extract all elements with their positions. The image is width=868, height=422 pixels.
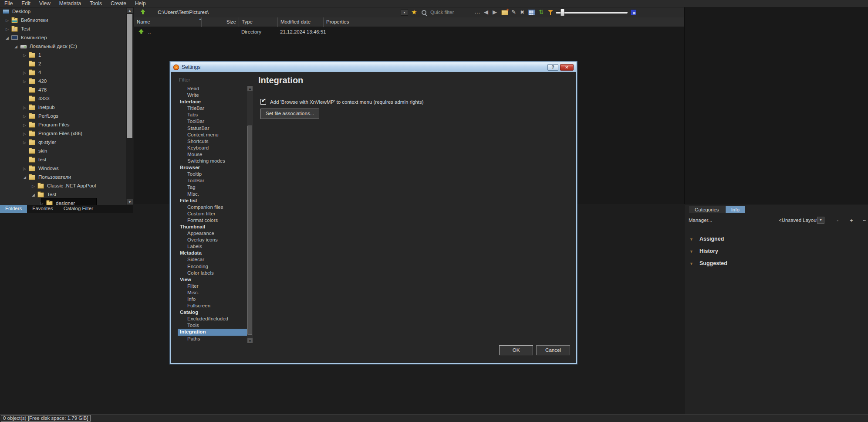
settings-nav-switching-modes[interactable]: Switching modes bbox=[178, 158, 247, 164]
settings-nav-filter[interactable]: Filter bbox=[178, 283, 247, 289]
parent-folder-icon[interactable] bbox=[140, 9, 146, 15]
tree-item-windows[interactable]: ▷Windows bbox=[0, 164, 126, 173]
collapsed-arrow-icon[interactable]: ▷ bbox=[23, 79, 26, 84]
ok-button[interactable]: OK bbox=[499, 345, 533, 355]
tab-info[interactable]: Info bbox=[726, 206, 745, 213]
filter-funnel-icon[interactable] bbox=[548, 10, 553, 15]
table-row[interactable]: .. Directory 21.12.2024 13:46:51 bbox=[134, 27, 684, 37]
nav-scrollbar-thumb[interactable] bbox=[247, 126, 252, 335]
collapsed-arrow-icon[interactable]: ▷ bbox=[23, 106, 26, 110]
settings-nav-tooltip[interactable]: Tooltip bbox=[178, 171, 247, 177]
settings-nav-scrollbar[interactable]: ▲ ▼ bbox=[247, 85, 253, 344]
menu-file[interactable]: File bbox=[0, 0, 17, 7]
toolbar-overflow-button[interactable]: ... bbox=[475, 9, 480, 15]
settings-nav-appearance[interactable]: Appearance bbox=[178, 230, 247, 237]
tree-item-4[interactable]: ▷4 bbox=[0, 68, 126, 77]
tree-item-perflogs[interactable]: ▷PerfLogs bbox=[0, 112, 126, 121]
expanded-arrow-icon[interactable]: ◢ bbox=[23, 175, 26, 180]
settings-nav-read[interactable]: Read bbox=[178, 85, 247, 92]
settings-nav-fullscreen[interactable]: Fullscreen bbox=[178, 303, 247, 309]
chevron-down-icon[interactable]: ▼ bbox=[689, 262, 693, 266]
settings-nav-write[interactable]: Write bbox=[178, 92, 247, 99]
tree-item-test[interactable]: test bbox=[0, 156, 126, 164]
settings-nav-metadata[interactable]: Metadata bbox=[178, 250, 247, 256]
tab-categories[interactable]: Categories bbox=[689, 206, 725, 213]
settings-nav-tabs[interactable]: Tabs bbox=[178, 112, 247, 118]
settings-nav-info[interactable]: Info bbox=[178, 296, 247, 303]
scroll-up-icon[interactable]: ▲ bbox=[247, 85, 253, 91]
settings-nav-overlay-icons[interactable]: Overlay icons bbox=[178, 237, 247, 243]
settings-nav-labels[interactable]: Labels bbox=[178, 243, 247, 250]
quick-filter-input[interactable]: Quick filter bbox=[430, 10, 454, 15]
path-dropdown-icon[interactable]: ▼ bbox=[401, 9, 408, 16]
tree-item-classic-net-apppool[interactable]: ▷Classic .NET AppPool bbox=[0, 182, 126, 191]
settings-nav-shortcuts[interactable]: Shortcuts bbox=[178, 138, 247, 145]
settings-nav-misc[interactable]: Misc. bbox=[178, 289, 247, 296]
settings-nav-toolbar[interactable]: ToolBar bbox=[178, 177, 247, 184]
view-mode-icon[interactable] bbox=[528, 10, 535, 15]
settings-nav-view[interactable]: View bbox=[178, 276, 247, 283]
settings-nav-integration[interactable]: Integration bbox=[178, 329, 247, 335]
chevron-down-icon[interactable]: ▼ bbox=[689, 249, 693, 254]
menu-tools[interactable]: Tools bbox=[85, 0, 106, 7]
column-header-size[interactable]: Size bbox=[201, 17, 239, 27]
tree-item-2[interactable]: 2 bbox=[0, 60, 126, 68]
delete-icon[interactable]: ✖ bbox=[520, 9, 524, 15]
tree-item-локальный-диск-c[interactable]: ◢Локальный диск (C:) bbox=[0, 42, 126, 51]
scroll-down-icon[interactable]: ▼ bbox=[126, 199, 133, 205]
set-file-associations-button[interactable]: Set file associations... bbox=[260, 109, 319, 119]
expanded-arrow-icon[interactable]: ◢ bbox=[14, 44, 17, 49]
settings-nav-statusbar[interactable]: StatusBar bbox=[178, 125, 247, 132]
layout-select[interactable]: <Unsaved Layout bbox=[779, 218, 818, 223]
settings-nav-thumbnail[interactable]: Thumbnail bbox=[178, 224, 247, 230]
new-folder-icon[interactable]: ✶ bbox=[501, 10, 508, 15]
settings-nav-file-list[interactable]: File list bbox=[178, 197, 247, 204]
settings-nav-keyboard[interactable]: Keyboard bbox=[178, 145, 247, 151]
edit-icon[interactable]: ✎ bbox=[511, 9, 516, 15]
column-header-type[interactable]: Type bbox=[239, 17, 277, 27]
tree-item-qt-styler[interactable]: ▷qt-styler bbox=[0, 138, 126, 147]
collapsed-arrow-icon[interactable]: ▷ bbox=[32, 184, 35, 188]
layout-icon[interactable] bbox=[631, 10, 636, 15]
scroll-up-icon[interactable]: ▲ bbox=[126, 7, 133, 14]
context-menu-checkbox[interactable]: ✔ bbox=[260, 99, 266, 105]
collapsed-arrow-icon[interactable]: ▷ bbox=[23, 167, 26, 171]
section-suggested[interactable]: ▼Suggested bbox=[685, 260, 868, 269]
tree-item-420[interactable]: ▷420 bbox=[0, 77, 126, 86]
slider-handle[interactable] bbox=[561, 9, 564, 16]
collapsed-arrow-icon[interactable]: ▷ bbox=[6, 27, 9, 31]
back-icon[interactable]: ◀ bbox=[484, 9, 488, 15]
settings-nav-sidecar[interactable]: Sidecar bbox=[178, 256, 247, 263]
column-header-properties[interactable]: Properties bbox=[323, 17, 395, 27]
collapsed-arrow-icon[interactable]: ▷ bbox=[23, 71, 26, 75]
tree-item-4333[interactable]: 4333 bbox=[0, 95, 126, 103]
settings-nav-catalog[interactable]: Catalog bbox=[178, 309, 247, 316]
settings-nav-format-colors[interactable]: Format colors bbox=[178, 217, 247, 224]
collapsed-arrow-icon[interactable]: ▷ bbox=[23, 132, 26, 136]
add-button[interactable]: + bbox=[850, 217, 853, 224]
manager-button[interactable]: Manager... bbox=[689, 218, 712, 223]
collapsed-arrow-icon[interactable]: ▷ bbox=[41, 201, 44, 205]
tab-catalog-filter[interactable]: Catalog Filter bbox=[58, 205, 98, 213]
collapsed-arrow-icon[interactable]: ▷ bbox=[23, 140, 26, 145]
tree-item-1[interactable]: ▷1 bbox=[0, 51, 126, 60]
expanded-arrow-icon[interactable]: ◢ bbox=[32, 193, 35, 197]
remove-button[interactable]: - bbox=[837, 217, 838, 224]
tree-item-библиотеки[interactable]: ▷Библиотеки bbox=[0, 16, 126, 25]
tilde-button[interactable]: ~ bbox=[863, 217, 866, 224]
settings-nav-encoding[interactable]: Encoding bbox=[178, 263, 247, 270]
close-icon[interactable]: ✕ bbox=[560, 64, 574, 71]
tree-scrollbar-thumb[interactable] bbox=[127, 14, 132, 138]
settings-nav-custom-filter[interactable]: Custom filter bbox=[178, 211, 247, 217]
tree-item-test[interactable]: ▷Test bbox=[0, 25, 126, 34]
settings-nav-interface[interactable]: Interface bbox=[178, 99, 247, 105]
scroll-down-icon[interactable]: ▼ bbox=[247, 338, 253, 344]
settings-nav-excluded-included[interactable]: Excluded/Included bbox=[178, 316, 247, 322]
settings-nav-paths[interactable]: Paths bbox=[178, 336, 247, 342]
settings-nav-mouse[interactable]: Mouse bbox=[178, 151, 247, 158]
tab-folders[interactable]: Folders bbox=[0, 205, 27, 213]
settings-nav-toolbar[interactable]: ToolBar bbox=[178, 118, 247, 125]
settings-nav-tag[interactable]: Tag bbox=[178, 184, 247, 191]
settings-nav-color-labels[interactable]: Color labels bbox=[178, 270, 247, 276]
help-button[interactable]: ? bbox=[547, 64, 558, 71]
